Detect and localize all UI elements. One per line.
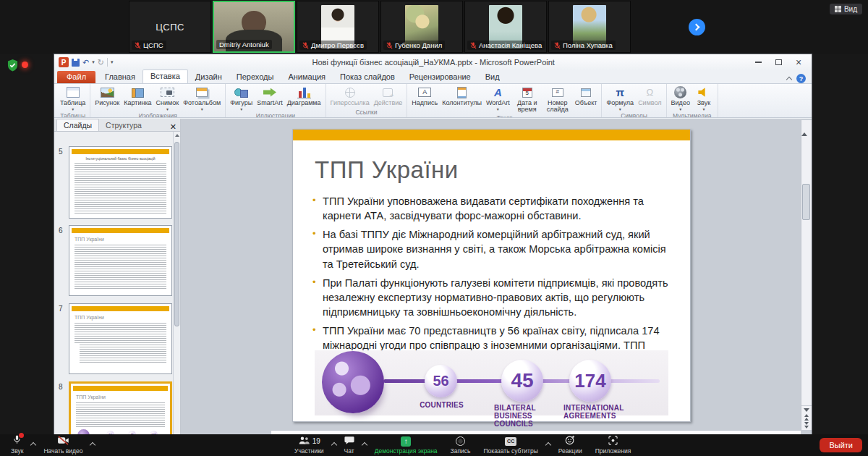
slide-number-button[interactable]: # Номер слайда xyxy=(543,85,572,114)
slide-number-icon: # xyxy=(552,85,563,99)
video-button[interactable]: Видео▾ xyxy=(670,85,692,111)
ribbon-group-links: Гиперссылка Действие Ссылки xyxy=(326,84,408,117)
panel-scrollbar[interactable] xyxy=(173,132,180,442)
clipart-button[interactable]: Картинка xyxy=(122,85,153,106)
picture-button[interactable]: Рисунок xyxy=(93,85,121,106)
chat-options-chevron[interactable] xyxy=(361,442,367,448)
video-options-chevron[interactable] xyxy=(90,442,95,448)
photo-album-button[interactable]: Фотоальбом▾ xyxy=(182,85,222,111)
tab-view[interactable]: Вид xyxy=(478,71,507,83)
slide-thumbnail-5[interactable]: 5 Інституціональний базис бізнес-асоціац… xyxy=(69,146,172,219)
participant-tile-cspc[interactable]: ЦСПС ЦСПС xyxy=(129,1,211,53)
slide-thumbnail-7[interactable]: 7 ТПП України xyxy=(69,303,172,374)
action-button[interactable]: Действие xyxy=(373,85,404,106)
participants-icon xyxy=(298,435,310,448)
participant-name-label: Губенко Данил xyxy=(383,41,445,50)
participant-tile-khupavka[interactable]: Поліна Хупавка xyxy=(548,1,631,53)
wordart-button[interactable]: A WordArt▾ xyxy=(485,85,511,111)
clipart-icon xyxy=(131,85,144,99)
participants-options-chevron[interactable] xyxy=(331,442,336,448)
help-icon[interactable]: ? xyxy=(796,74,806,83)
close-button[interactable]: × xyxy=(794,58,803,67)
captions-button[interactable]: CC Показать субтитры xyxy=(477,434,544,456)
leave-meeting-button[interactable]: Выйти xyxy=(820,438,862,452)
smartart-button[interactable]: SmartArt xyxy=(255,85,284,106)
scroll-down-icon[interactable] xyxy=(804,408,809,412)
next-slide-button[interactable] xyxy=(804,422,809,428)
reactions-button[interactable]: Реакции xyxy=(552,434,589,456)
chart-button[interactable]: Диаграмма xyxy=(286,85,323,106)
table-button[interactable]: Таблица▾ xyxy=(59,85,87,111)
tab-design[interactable]: Дизайн xyxy=(188,71,229,83)
participant-tile-gubenko[interactable]: Губенко Данил xyxy=(380,1,463,53)
screenshot-button[interactable]: Снимок▾ xyxy=(155,85,181,111)
participant-tile-kanisheva[interactable]: Анастасія Каніщева xyxy=(464,1,547,53)
gallery-view-icon xyxy=(835,6,841,12)
apps-button[interactable]: Приложения xyxy=(589,434,638,456)
hyperlink-icon xyxy=(345,85,355,99)
tab-animations[interactable]: Анимация xyxy=(281,71,333,83)
captions-options-chevron[interactable] xyxy=(545,442,551,448)
minimize-button[interactable] xyxy=(754,58,762,67)
previous-slide-button[interactable] xyxy=(804,414,809,421)
undo-icon[interactable]: ↶ xyxy=(82,59,89,67)
date-time-button[interactable]: 5 Дата и время xyxy=(513,85,542,114)
apps-icon xyxy=(608,435,618,448)
slide-thumbnail-6[interactable]: 6 ТПП України xyxy=(69,225,172,296)
slide-thumbnail-8[interactable]: 8 ТПП України 56 45 174 xyxy=(69,381,172,442)
equation-button[interactable]: π Формула▾ xyxy=(605,85,635,111)
header-footer-icon xyxy=(457,85,467,99)
tab-slideshow[interactable]: Показ слайдов xyxy=(333,71,402,83)
object-button[interactable]: Объект xyxy=(574,85,599,106)
panel-tab-outline[interactable]: Структура xyxy=(99,119,148,131)
view-button[interactable]: Вид xyxy=(830,4,862,14)
participant-tile-dmitriy-antoniuk[interactable]: Dmitriy Antoniuk xyxy=(213,1,295,53)
save-icon[interactable] xyxy=(72,59,80,67)
undo-dropdown-icon[interactable]: ▾ xyxy=(92,59,95,65)
chevron-right-icon xyxy=(692,24,699,31)
photo-album-icon xyxy=(196,85,208,99)
participant-tile-perveev[interactable]: Дмитро Первєєв xyxy=(297,1,379,53)
audio-join-button[interactable]: Звук xyxy=(4,434,30,456)
next-participants-page-button[interactable] xyxy=(689,19,705,35)
tab-transitions[interactable]: Переходы xyxy=(229,71,281,83)
mic-muted-icon xyxy=(135,42,141,49)
audio-button[interactable]: Звук▾ xyxy=(693,85,715,111)
textbox-button[interactable]: A Надпись xyxy=(410,85,439,106)
participant-name-label: Dmitriy Antoniuk xyxy=(216,40,272,49)
chat-button[interactable]: Чат xyxy=(338,434,361,456)
slide-bullet: При Палаті функціонують галузеві комітет… xyxy=(312,276,671,319)
ribbon-group-illustrations: Фигуры▾ SmartArt Диаграмма Иллюстрации xyxy=(226,84,326,117)
tab-home[interactable]: Главная xyxy=(98,71,142,83)
tab-file[interactable]: Файл xyxy=(57,71,95,83)
shapes-button[interactable]: Фигуры▾ xyxy=(229,85,254,111)
participants-button[interactable]: 19 Участники xyxy=(288,434,331,456)
participant-name-label: Поліна Хупавка xyxy=(551,41,616,50)
collapse-ribbon-icon[interactable] xyxy=(786,77,792,83)
tab-insert[interactable]: Вставка xyxy=(142,69,188,83)
scrollbar-thumb[interactable] xyxy=(802,184,810,220)
current-slide[interactable]: ТПП України ТПП України уповноважена вид… xyxy=(292,129,691,422)
camera-off-icon xyxy=(57,435,69,448)
slide-title: ТПП України xyxy=(315,156,690,184)
ribbon-group-tables: Таблица▾ Таблицы xyxy=(56,84,90,117)
audio-options-chevron[interactable] xyxy=(30,442,36,448)
share-screen-button[interactable]: ↑ Демонстрация экрана xyxy=(368,434,444,456)
record-button[interactable]: Запись xyxy=(444,434,477,456)
tab-review[interactable]: Рецензирование xyxy=(402,71,478,83)
redo-icon[interactable]: ↻ xyxy=(98,59,104,67)
maximize-button[interactable] xyxy=(774,58,783,67)
ribbon-tab-row: Файл Главная Вставка Дизайн Переходы Ани… xyxy=(54,70,812,84)
hyperlink-button[interactable]: Гиперссылка xyxy=(329,85,371,106)
header-footer-button[interactable]: Колонтитулы xyxy=(441,85,483,106)
powerpoint-app-icon[interactable]: P xyxy=(59,57,69,67)
smartart-icon xyxy=(263,85,276,99)
symbol-button[interactable]: Ω Символ xyxy=(637,85,663,106)
start-video-button[interactable]: Начать видео xyxy=(37,434,89,456)
vertical-scrollbar[interactable] xyxy=(801,120,812,430)
panel-tab-slides[interactable]: Слайды xyxy=(56,119,99,131)
panel-close-icon[interactable]: ✕ xyxy=(170,123,176,131)
scroll-up-icon[interactable] xyxy=(801,120,807,136)
security-shield-icon[interactable] xyxy=(7,59,18,75)
ribbon-group-symbols: π Формула▾ Ω Символ Символы xyxy=(602,84,666,117)
